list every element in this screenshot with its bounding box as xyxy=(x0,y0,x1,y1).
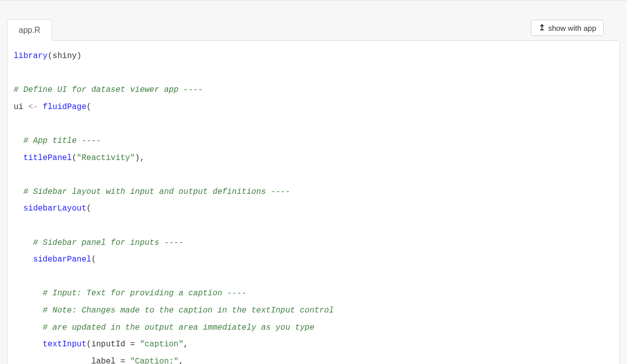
code-token: sidebarLayout xyxy=(23,204,86,213)
code-token: # Sidebar panel for inputs ---- xyxy=(33,238,183,247)
code-token: ( xyxy=(86,204,91,213)
code-token: "Reactivity" xyxy=(77,153,135,163)
code-token: sidebarPanel xyxy=(33,255,91,264)
code-token: fluidPage xyxy=(43,102,86,112)
code-token xyxy=(14,136,23,145)
tab-app-r[interactable]: app.R xyxy=(7,19,52,41)
code-token: # App title ---- xyxy=(23,136,101,145)
code-token xyxy=(14,187,23,196)
tabs-bar: app.R xyxy=(7,19,620,40)
container: ↥ show with app app.R library(shiny) # D… xyxy=(0,1,627,364)
code-token: titlePanel xyxy=(23,153,72,163)
code-token: # Note: Changes made to the caption in t… xyxy=(43,306,334,315)
code-token: # Input: Text for providing a caption --… xyxy=(43,289,247,298)
code-token: (inputId = xyxy=(86,340,140,349)
code-token: "caption" xyxy=(140,340,183,349)
code-token xyxy=(14,340,43,349)
code-token: # Sidebar layout with input and output d… xyxy=(23,187,290,196)
code-token: # Define UI for dataset viewer app ---- xyxy=(14,85,203,94)
arrow-up-right-icon: ↥ xyxy=(539,24,545,32)
code-token xyxy=(14,289,43,298)
show-with-app-button[interactable]: ↥ show with app xyxy=(531,20,604,36)
code-token: (shiny) xyxy=(47,51,81,61)
code-token: label = xyxy=(14,357,130,364)
code-token xyxy=(14,323,43,332)
code-token: ( xyxy=(91,255,97,264)
code-token: textInput xyxy=(43,340,86,349)
code-token: "Caption:" xyxy=(130,357,178,364)
code-token: , xyxy=(178,357,183,364)
tab-label: app.R xyxy=(19,26,40,34)
code-token xyxy=(14,153,23,163)
code-token xyxy=(14,306,43,315)
code-token xyxy=(14,238,33,247)
app-window: ↥ show with app app.R library(shiny) # D… xyxy=(0,0,627,364)
code-token: ), xyxy=(135,153,144,163)
code-token: # are updated in the output area immedia… xyxy=(43,323,315,332)
code-token: library xyxy=(14,51,47,61)
code-block[interactable]: library(shiny) # Define UI for dataset v… xyxy=(14,48,613,364)
show-with-app-label: show with app xyxy=(548,24,596,32)
code-token xyxy=(14,204,23,213)
code-token: , xyxy=(183,340,188,349)
code-token: ( xyxy=(72,153,77,163)
code-token: <- xyxy=(28,102,38,112)
code-token: ui xyxy=(14,102,28,112)
code-token: ( xyxy=(86,102,91,112)
code-token xyxy=(38,102,43,112)
code-pane: library(shiny) # Define UI for dataset v… xyxy=(7,40,620,364)
code-token xyxy=(14,255,33,264)
